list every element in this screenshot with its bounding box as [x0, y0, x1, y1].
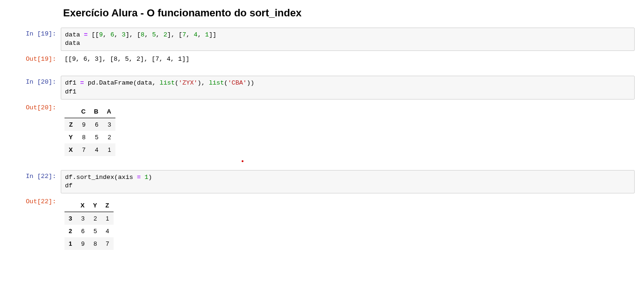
cell-out-22: Out[22]: X Y Z 3 3 2 1 [9, 195, 635, 254]
prompt-in-22: In [22]: [9, 170, 61, 193]
heading-title: Exercício Alura - O funcionamento do sor… [63, 7, 635, 19]
code-input-19[interactable]: data = [[9, 6, 3], [8, 5, 2], [7, 4, 1]]… [61, 28, 635, 51]
cell-out-19: Out[19]: [[9, 6, 3], [8, 5, 2], [7, 4, 1… [9, 53, 635, 65]
table-row: X 7 4 1 [64, 143, 115, 156]
table-header-row: X Y Z [64, 199, 114, 212]
code-input-20[interactable]: df1 = pd.DataFrame(data, list('ZYX'), li… [61, 76, 635, 99]
cell-in-20[interactable]: In [20]: df1 = pd.DataFrame(data, list('… [9, 76, 635, 99]
prompt-in-19: In [19]: [9, 28, 61, 51]
output-text-19: [[9, 6, 3], [8, 5, 2], [7, 4, 1]] [61, 53, 635, 65]
cell-in-19[interactable]: In [19]: data = [[9, 6, 3], [8, 5, 2], [… [9, 28, 635, 51]
prompt-out-19: Out[19]: [9, 53, 61, 65]
notebook: Exercício Alura - O funcionamento do sor… [9, 7, 635, 254]
dataframe-df2: X Y Z 3 3 2 1 2 6 5 [64, 199, 114, 250]
prompt-in-20: In [20]: [9, 76, 61, 99]
table-row: 2 6 5 4 [64, 225, 114, 237]
table-row: 1 9 8 7 [64, 237, 114, 250]
cell-out-20: Out[20]: C B A Z 9 6 3 [9, 101, 635, 160]
table-header-row: C B A [64, 105, 115, 118]
table-row: 3 3 2 1 [64, 212, 114, 225]
table-row: Z 9 6 3 [64, 118, 115, 131]
code-input-22[interactable]: df.sort_index(axis = 1) df [61, 170, 635, 193]
table-row: Y 8 5 2 [64, 131, 115, 143]
cell-in-22[interactable]: In [22]: df.sort_index(axis = 1) df [9, 170, 635, 193]
cursor-dot [242, 160, 243, 162]
prompt-out-22: Out[22]: [9, 195, 61, 254]
dataframe-df1: C B A Z 9 6 3 Y 8 5 [64, 105, 115, 156]
prompt-out-20: Out[20]: [9, 101, 61, 160]
